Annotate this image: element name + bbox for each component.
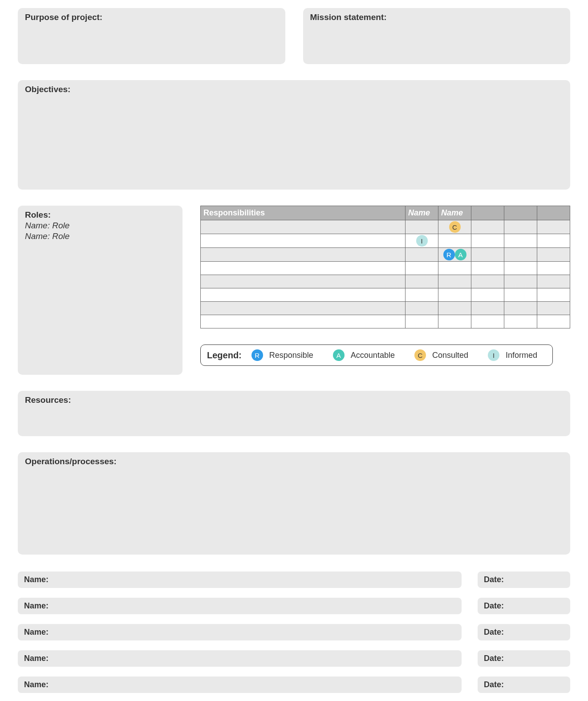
signature-date-field[interactable]: Date:: [478, 624, 570, 640]
raci-cell[interactable]: [471, 275, 504, 288]
signature-name-field[interactable]: Name:: [18, 624, 462, 640]
legend-item-label: Responsible: [269, 351, 313, 360]
legend-item-label: Accountable: [351, 351, 395, 360]
raci-cell[interactable]: [537, 262, 570, 275]
purpose-box[interactable]: Purpose of project:: [18, 8, 285, 64]
raci-chip-a: A: [333, 349, 345, 361]
raci-chip-c: C: [449, 221, 461, 233]
raci-cell[interactable]: [537, 288, 570, 302]
signature-row: Name:Date:: [18, 650, 570, 667]
responsibilities-table: ResponsibilitiesNameName CIRA: [200, 206, 570, 328]
responsibility-cell[interactable]: [201, 315, 406, 328]
signature-row: Name:Date:: [18, 624, 570, 640]
roles-box[interactable]: Roles: Name: RoleName: Role: [18, 206, 182, 375]
raci-cell[interactable]: [537, 275, 570, 288]
raci-chip-i: I: [488, 349, 499, 361]
legend-label: Legend:: [207, 350, 242, 361]
raci-cell[interactable]: [438, 288, 471, 302]
signature-row: Name:Date:: [18, 571, 570, 588]
legend-item-label: Consulted: [432, 351, 468, 360]
raci-cell[interactable]: [406, 262, 438, 275]
table-row: RA: [201, 248, 570, 262]
roles-label: Roles:: [25, 210, 51, 219]
table-row: [201, 288, 570, 302]
name-column-header: [537, 206, 570, 220]
name-column-header: [471, 206, 504, 220]
raci-cell[interactable]: [537, 315, 570, 328]
operations-label: Operations/processes:: [25, 457, 117, 466]
raci-cell[interactable]: [438, 315, 471, 328]
table-row: [201, 262, 570, 275]
raci-chip-r: R: [443, 249, 455, 260]
raci-cell[interactable]: [471, 315, 504, 328]
signature-name-field[interactable]: Name:: [18, 650, 462, 667]
roles-item: Name: Role: [25, 231, 175, 241]
signature-date-field[interactable]: Date:: [478, 571, 570, 588]
responsibility-cell[interactable]: [201, 220, 406, 234]
responsibility-cell[interactable]: [201, 302, 406, 315]
raci-cell[interactable]: [438, 262, 471, 275]
operations-box[interactable]: Operations/processes:: [18, 452, 570, 555]
responsibilities-header: Responsibilities: [201, 206, 406, 220]
legend-item-a: AAccountable: [333, 349, 395, 361]
raci-cell[interactable]: [504, 220, 537, 234]
raci-cell[interactable]: [438, 275, 471, 288]
objectives-box[interactable]: Objectives:: [18, 80, 570, 190]
signature-row: Name:Date:: [18, 677, 570, 693]
raci-cell[interactable]: [471, 220, 504, 234]
raci-cell[interactable]: [537, 234, 570, 248]
raci-cell[interactable]: [504, 234, 537, 248]
resources-box[interactable]: Resources:: [18, 391, 570, 436]
raci-cell[interactable]: [504, 288, 537, 302]
objectives-label: Objectives:: [25, 85, 70, 94]
responsibility-cell[interactable]: [201, 275, 406, 288]
signature-date-field[interactable]: Date:: [478, 677, 570, 693]
raci-cell[interactable]: [406, 288, 438, 302]
raci-cell[interactable]: [406, 302, 438, 315]
raci-cell[interactable]: [471, 288, 504, 302]
raci-cell[interactable]: [406, 315, 438, 328]
raci-cell[interactable]: [471, 234, 504, 248]
raci-cell[interactable]: [471, 302, 504, 315]
roles-item: Name: Role: [25, 221, 175, 231]
raci-cell[interactable]: [471, 262, 504, 275]
raci-cell[interactable]: [438, 234, 471, 248]
raci-cell[interactable]: [537, 302, 570, 315]
raci-cell[interactable]: [504, 248, 537, 262]
legend-item-label: Informed: [506, 351, 537, 360]
responsibility-cell[interactable]: [201, 288, 406, 302]
raci-cell[interactable]: [504, 262, 537, 275]
mission-box[interactable]: Mission statement:: [303, 8, 571, 64]
responsibility-cell[interactable]: [201, 262, 406, 275]
raci-cell[interactable]: [438, 302, 471, 315]
resources-label: Resources:: [25, 395, 71, 405]
raci-chip-c: C: [414, 349, 426, 361]
raci-cell[interactable]: [537, 248, 570, 262]
responsibility-cell[interactable]: [201, 248, 406, 262]
raci-cell[interactable]: [504, 315, 537, 328]
raci-cell[interactable]: [504, 275, 537, 288]
table-row: [201, 315, 570, 328]
raci-cell[interactable]: I: [406, 234, 438, 248]
table-row: I: [201, 234, 570, 248]
raci-cell[interactable]: [406, 248, 438, 262]
raci-cell[interactable]: [406, 220, 438, 234]
raci-cell[interactable]: C: [438, 220, 471, 234]
signature-date-field[interactable]: Date:: [478, 650, 570, 667]
raci-cell[interactable]: [504, 302, 537, 315]
signature-date-field[interactable]: Date:: [478, 598, 570, 614]
raci-cell[interactable]: [406, 275, 438, 288]
legend-item-i: IInformed: [488, 349, 537, 361]
legend-item-c: CConsulted: [414, 349, 468, 361]
raci-chip-r: R: [251, 349, 263, 361]
purpose-label: Purpose of project:: [25, 12, 102, 22]
table-row: C: [201, 220, 570, 234]
raci-cell[interactable]: [537, 220, 570, 234]
signature-name-field[interactable]: Name:: [18, 571, 462, 588]
signature-name-field[interactable]: Name:: [18, 677, 462, 693]
raci-cell[interactable]: RA: [438, 248, 471, 262]
signature-name-field[interactable]: Name:: [18, 598, 462, 614]
responsibility-cell[interactable]: [201, 234, 406, 248]
signature-row: Name:Date:: [18, 598, 570, 614]
raci-cell[interactable]: [471, 248, 504, 262]
